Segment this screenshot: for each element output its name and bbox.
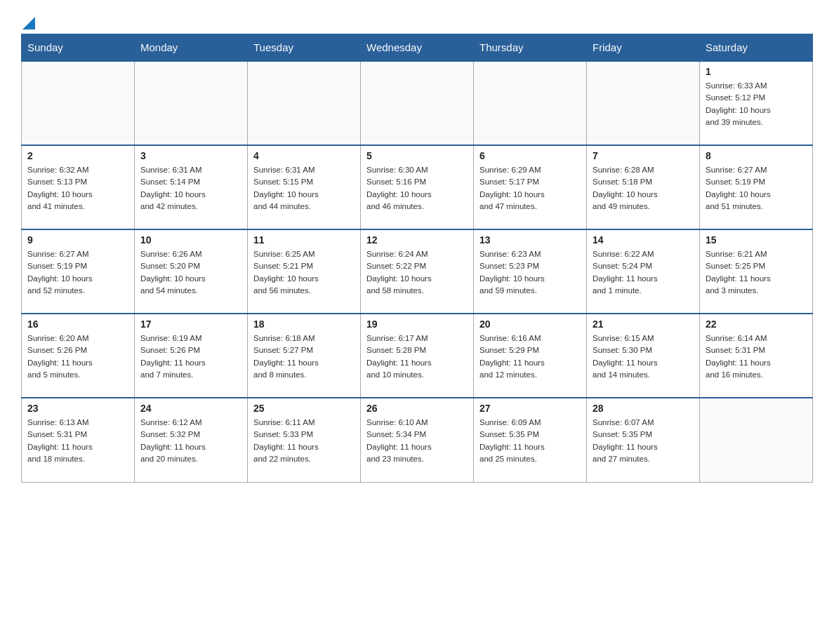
day-number: 8 [706, 150, 807, 161]
calendar-cell [22, 61, 135, 145]
calendar-cell [474, 61, 587, 145]
day-info: Sunrise: 6:15 AM Sunset: 5:30 PM Dayligh… [593, 333, 694, 381]
day-info: Sunrise: 6:31 AM Sunset: 5:15 PM Dayligh… [253, 164, 355, 213]
page-header [21, 14, 813, 27]
calendar-cell [700, 398, 813, 482]
calendar-week-row: 23Sunrise: 6:13 AM Sunset: 5:31 PM Dayli… [22, 398, 813, 482]
calendar-cell: 6Sunrise: 6:29 AM Sunset: 5:17 PM Daylig… [474, 145, 587, 229]
day-number: 17 [140, 318, 241, 330]
calendar-cell: 12Sunrise: 6:24 AM Sunset: 5:22 PM Dayli… [361, 229, 474, 314]
day-info: Sunrise: 6:30 AM Sunset: 5:16 PM Dayligh… [366, 164, 468, 213]
calendar-header-row: SundayMondayTuesdayWednesdayThursdayFrid… [22, 34, 813, 62]
calendar-cell: 5Sunrise: 6:30 AM Sunset: 5:16 PM Daylig… [361, 145, 474, 229]
day-number: 22 [706, 318, 807, 330]
calendar-cell: 27Sunrise: 6:09 AM Sunset: 5:35 PM Dayli… [474, 398, 587, 482]
day-number: 24 [140, 403, 241, 414]
calendar-cell: 1Sunrise: 6:33 AM Sunset: 5:12 PM Daylig… [700, 61, 813, 145]
day-info: Sunrise: 6:33 AM Sunset: 5:12 PM Dayligh… [706, 80, 807, 128]
logo [21, 14, 35, 27]
calendar-cell: 9Sunrise: 6:27 AM Sunset: 5:19 PM Daylig… [22, 229, 135, 314]
day-number: 13 [479, 234, 581, 246]
day-info: Sunrise: 6:27 AM Sunset: 5:19 PM Dayligh… [27, 248, 128, 297]
calendar-cell: 20Sunrise: 6:16 AM Sunset: 5:29 PM Dayli… [474, 314, 587, 398]
calendar-cell: 22Sunrise: 6:14 AM Sunset: 5:31 PM Dayli… [700, 314, 813, 398]
day-info: Sunrise: 6:18 AM Sunset: 5:27 PM Dayligh… [253, 333, 355, 381]
day-info: Sunrise: 6:10 AM Sunset: 5:34 PM Dayligh… [366, 417, 468, 465]
day-number: 6 [479, 150, 581, 161]
calendar-cell: 10Sunrise: 6:26 AM Sunset: 5:20 PM Dayli… [135, 229, 248, 314]
day-info: Sunrise: 6:11 AM Sunset: 5:33 PM Dayligh… [253, 417, 355, 465]
logo-triangle-icon [22, 17, 35, 29]
calendar-week-row: 9Sunrise: 6:27 AM Sunset: 5:19 PM Daylig… [22, 229, 813, 314]
day-info: Sunrise: 6:20 AM Sunset: 5:26 PM Dayligh… [27, 333, 128, 381]
calendar-cell: 7Sunrise: 6:28 AM Sunset: 5:18 PM Daylig… [587, 145, 700, 229]
weekday-header-tuesday: Tuesday [248, 34, 361, 62]
day-info: Sunrise: 6:16 AM Sunset: 5:29 PM Dayligh… [479, 333, 581, 381]
day-number: 1 [706, 66, 807, 77]
day-info: Sunrise: 6:09 AM Sunset: 5:35 PM Dayligh… [479, 417, 581, 465]
calendar-cell: 2Sunrise: 6:32 AM Sunset: 5:13 PM Daylig… [22, 145, 135, 229]
calendar-cell: 14Sunrise: 6:22 AM Sunset: 5:24 PM Dayli… [587, 229, 700, 314]
day-info: Sunrise: 6:27 AM Sunset: 5:19 PM Dayligh… [706, 164, 807, 213]
calendar-cell: 8Sunrise: 6:27 AM Sunset: 5:19 PM Daylig… [700, 145, 813, 229]
calendar-cell: 21Sunrise: 6:15 AM Sunset: 5:30 PM Dayli… [587, 314, 700, 398]
day-number: 5 [366, 150, 468, 161]
day-number: 10 [140, 234, 241, 246]
day-info: Sunrise: 6:07 AM Sunset: 5:35 PM Dayligh… [593, 417, 694, 465]
calendar-cell: 25Sunrise: 6:11 AM Sunset: 5:33 PM Dayli… [248, 398, 361, 482]
weekday-header-friday: Friday [587, 34, 700, 62]
day-info: Sunrise: 6:19 AM Sunset: 5:26 PM Dayligh… [140, 333, 241, 381]
day-number: 21 [593, 318, 694, 330]
day-info: Sunrise: 6:22 AM Sunset: 5:24 PM Dayligh… [593, 248, 694, 297]
day-info: Sunrise: 6:32 AM Sunset: 5:13 PM Dayligh… [27, 164, 128, 213]
day-number: 26 [366, 403, 468, 414]
calendar-week-row: 1Sunrise: 6:33 AM Sunset: 5:12 PM Daylig… [22, 61, 813, 145]
day-info: Sunrise: 6:29 AM Sunset: 5:17 PM Dayligh… [479, 164, 581, 213]
day-info: Sunrise: 6:17 AM Sunset: 5:28 PM Dayligh… [366, 333, 468, 381]
calendar-cell: 26Sunrise: 6:10 AM Sunset: 5:34 PM Dayli… [361, 398, 474, 482]
day-info: Sunrise: 6:23 AM Sunset: 5:23 PM Dayligh… [479, 248, 581, 297]
day-number: 16 [27, 318, 128, 330]
calendar-cell: 23Sunrise: 6:13 AM Sunset: 5:31 PM Dayli… [22, 398, 135, 482]
day-info: Sunrise: 6:25 AM Sunset: 5:21 PM Dayligh… [253, 248, 355, 297]
weekday-header-sunday: Sunday [22, 34, 135, 62]
calendar-cell [135, 61, 248, 145]
day-info: Sunrise: 6:31 AM Sunset: 5:14 PM Dayligh… [140, 164, 241, 213]
day-number: 4 [253, 150, 355, 161]
calendar-cell: 28Sunrise: 6:07 AM Sunset: 5:35 PM Dayli… [587, 398, 700, 482]
calendar-cell: 24Sunrise: 6:12 AM Sunset: 5:32 PM Dayli… [135, 398, 248, 482]
day-number: 12 [366, 234, 468, 246]
day-number: 3 [140, 150, 241, 161]
day-number: 28 [593, 403, 694, 414]
calendar-cell: 4Sunrise: 6:31 AM Sunset: 5:15 PM Daylig… [248, 145, 361, 229]
calendar-cell [361, 61, 474, 145]
weekday-header-wednesday: Wednesday [361, 34, 474, 62]
day-number: 9 [27, 234, 128, 246]
calendar-cell: 3Sunrise: 6:31 AM Sunset: 5:14 PM Daylig… [135, 145, 248, 229]
calendar-cell: 11Sunrise: 6:25 AM Sunset: 5:21 PM Dayli… [248, 229, 361, 314]
day-number: 27 [479, 403, 581, 414]
day-info: Sunrise: 6:13 AM Sunset: 5:31 PM Dayligh… [27, 417, 128, 465]
day-info: Sunrise: 6:26 AM Sunset: 5:20 PM Dayligh… [140, 248, 241, 297]
calendar-cell: 19Sunrise: 6:17 AM Sunset: 5:28 PM Dayli… [361, 314, 474, 398]
day-number: 2 [27, 150, 128, 161]
day-info: Sunrise: 6:24 AM Sunset: 5:22 PM Dayligh… [366, 248, 468, 297]
day-number: 25 [253, 403, 355, 414]
day-info: Sunrise: 6:14 AM Sunset: 5:31 PM Dayligh… [706, 333, 807, 381]
calendar-cell: 16Sunrise: 6:20 AM Sunset: 5:26 PM Dayli… [22, 314, 135, 398]
day-number: 7 [593, 150, 694, 161]
calendar-table: SundayMondayTuesdayWednesdayThursdayFrid… [21, 34, 813, 483]
calendar-cell [587, 61, 700, 145]
calendar-cell: 15Sunrise: 6:21 AM Sunset: 5:25 PM Dayli… [700, 229, 813, 314]
day-number: 18 [253, 318, 355, 330]
calendar-cell: 17Sunrise: 6:19 AM Sunset: 5:26 PM Dayli… [135, 314, 248, 398]
calendar-week-row: 2Sunrise: 6:32 AM Sunset: 5:13 PM Daylig… [22, 145, 813, 229]
day-info: Sunrise: 6:21 AM Sunset: 5:25 PM Dayligh… [706, 248, 807, 297]
day-number: 14 [593, 234, 694, 246]
calendar-cell [248, 61, 361, 145]
day-number: 20 [479, 318, 581, 330]
weekday-header-saturday: Saturday [700, 34, 813, 62]
day-number: 15 [706, 234, 807, 246]
day-number: 19 [366, 318, 468, 330]
day-info: Sunrise: 6:12 AM Sunset: 5:32 PM Dayligh… [140, 417, 241, 465]
